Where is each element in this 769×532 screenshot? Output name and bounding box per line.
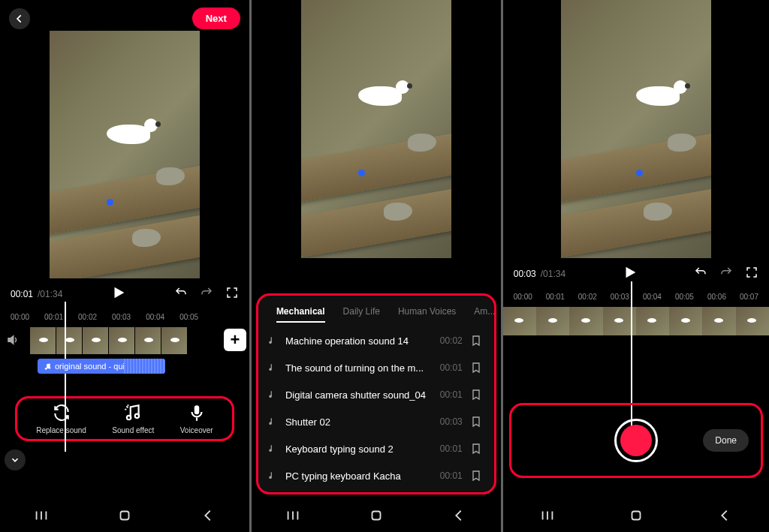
timeline[interactable] [503,302,769,335]
bookmark-icon[interactable] [470,362,482,374]
tab-human-voices[interactable]: Human Voices [398,306,456,317]
home-button[interactable] [368,507,384,527]
system-navbar [503,502,769,532]
video-preview[interactable] [252,0,501,258]
svg-rect-20 [632,512,640,520]
play-button[interactable] [110,284,127,304]
next-button[interactable]: Next [192,8,240,29]
list-item[interactable]: Shutter 0200:03 [261,408,491,435]
svg-rect-6 [194,405,199,414]
video-preview[interactable] [503,0,769,258]
playhead[interactable] [65,302,66,452]
play-button[interactable] [622,264,638,284]
time-elapsed: 00:03 [514,269,536,279]
redo-button[interactable] [719,266,733,282]
tab-mechanical[interactable]: Mechanical [276,306,325,317]
bookmark-icon[interactable] [470,335,482,347]
time-ruler: 00:0000:0100:0200:0300:0400:0500:0600:07 [503,290,769,302]
system-back-button[interactable] [716,507,733,527]
svg-point-3 [48,366,50,368]
bookmark-icon[interactable] [470,470,482,482]
recents-button[interactable] [33,507,50,527]
add-clip-button[interactable]: + [224,329,246,351]
svg-marker-0 [114,287,124,299]
time-elapsed: 00:01 [11,289,33,299]
list-item[interactable]: Digital camera shutter sound_0400:01 [261,381,491,408]
expand-button[interactable] [5,449,26,470]
tab-daily-life[interactable]: Daily Life [343,306,380,317]
undo-button[interactable] [174,286,188,302]
replace-sound-button[interactable]: Replace sound [36,403,86,434]
undo-button[interactable] [694,266,707,282]
sound-track-label: original sound - quizlightning [55,362,159,371]
sound-track-chip[interactable]: original sound - quizlightning [38,359,165,374]
timeline[interactable]: + original sound - quizlightning [0,323,249,377]
volume-icon[interactable] [6,333,20,350]
recents-button[interactable] [285,507,301,527]
sfx-list[interactable]: Machine operation sound 1400:02 The soun… [258,323,494,489]
fullscreen-button[interactable] [225,286,239,302]
svg-marker-16 [626,267,635,278]
redo-button[interactable] [200,286,213,302]
bookmark-icon[interactable] [470,389,482,401]
audio-tools-highlight: Replace sound Sound effect Voiceover [15,396,234,441]
tab-more[interactable]: Am... [474,306,495,317]
record-button[interactable] [614,419,658,462]
system-navbar [252,502,501,532]
time-total: /01:34 [541,269,565,279]
svg-point-4 [127,416,131,419]
svg-point-2 [45,367,47,369]
voiceover-record-highlight: Done [509,403,763,478]
bookmark-icon[interactable] [470,416,482,428]
home-button[interactable] [628,507,644,527]
svg-point-5 [135,414,139,418]
sfx-tabs: Mechanical Daily Life Human Voices Am... [258,302,494,323]
voiceover-button[interactable]: Voiceover [180,403,213,434]
svg-rect-15 [372,512,380,520]
back-button[interactable] [9,8,30,29]
time-total: /01:34 [38,289,62,299]
editor-panel-2: Mechanical Daily Life Human Voices Am...… [252,0,501,532]
system-back-button[interactable] [200,507,216,527]
editor-panel-1: Next 00:01/01:34 00:0000:0100:0200:0300:… [0,0,249,532]
sound-effect-sheet: Mechanical Daily Life Human Voices Am...… [256,293,496,494]
fullscreen-button[interactable] [745,266,758,282]
list-item[interactable]: Keyboard typing sound 200:01 [261,435,491,462]
sound-effect-button[interactable]: Sound effect [112,403,154,434]
svg-marker-1 [8,336,14,344]
home-button[interactable] [116,507,133,527]
system-navbar [0,502,249,532]
bookmark-icon[interactable] [470,443,482,455]
list-item[interactable]: The sound of turning on the m...00:01 [261,354,491,381]
time-ruler: 00:0000:0100:0200:0300:0400:05 [0,310,249,323]
svg-rect-11 [120,512,128,520]
list-item[interactable]: PC typing keyboard Kacha00:01 [261,462,491,489]
list-item[interactable]: Machine operation sound 1400:02 [261,327,491,354]
recents-button[interactable] [539,507,556,527]
system-back-button[interactable] [451,507,467,527]
editor-panel-3: 00:03/01:34 00:0000:0100:0200:0300:0400:… [503,0,769,532]
video-preview[interactable] [0,37,249,278]
done-button[interactable]: Done [703,429,749,452]
